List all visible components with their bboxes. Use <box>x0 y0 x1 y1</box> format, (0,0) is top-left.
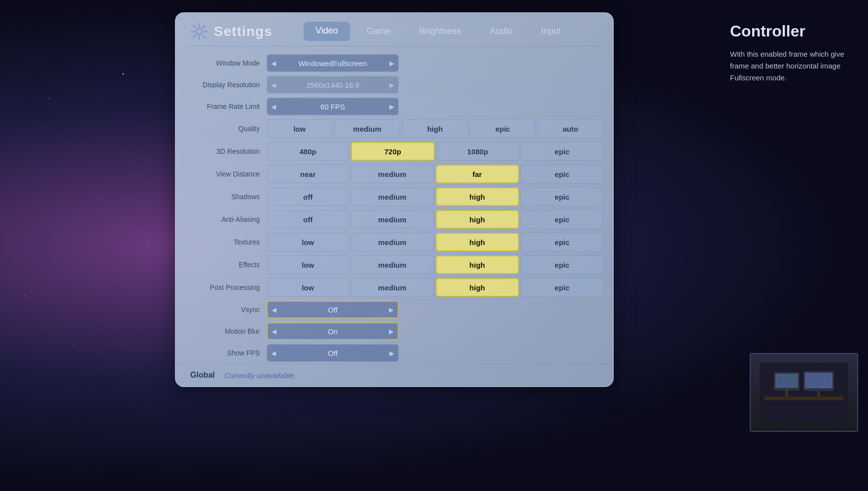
view-distance-label: View Distance <box>185 165 267 183</box>
controller-panel: Controller With this enabled frame which… <box>720 12 868 94</box>
frame-rate-control: ◀ 60 FPS ▶ <box>267 98 603 115</box>
tab-game[interactable]: Game <box>355 22 403 40</box>
anti-aliasing-btn-high[interactable]: high <box>436 210 519 229</box>
tab-video[interactable]: Video <box>304 22 350 41</box>
webcam-svg <box>760 363 848 422</box>
post-processing-label: Post Processing <box>185 278 267 297</box>
frame-rate-label: Frame Rate Limit <box>185 98 267 115</box>
post-processing-btn-high[interactable]: high <box>436 278 519 297</box>
view-distance-control: near medium far epic <box>267 165 603 183</box>
shadows-btn-off[interactable]: off <box>267 187 349 206</box>
resolution-3d-btn-1080p[interactable]: 1080p <box>437 142 519 161</box>
shadows-btn-epic[interactable]: epic <box>521 187 603 206</box>
view-distance-btn-medium[interactable]: medium <box>351 165 433 183</box>
shadows-control: off medium high epic <box>267 187 603 206</box>
svg-rect-14 <box>764 396 843 400</box>
anti-aliasing-btn-epic[interactable]: epic <box>521 210 603 229</box>
window-mode-left-arrow[interactable]: ◀ <box>267 60 280 67</box>
textures-btn-epic[interactable]: epic <box>521 233 603 251</box>
motion-blur-left-arrow[interactable]: ◀ <box>268 328 280 335</box>
motion-blur-right-arrow[interactable]: ▶ <box>385 328 398 335</box>
frame-rate-selector[interactable]: ◀ 60 FPS ▶ <box>267 98 399 115</box>
post-processing-btn-medium[interactable]: medium <box>351 278 433 297</box>
quality-btn-low[interactable]: low <box>267 119 332 138</box>
anti-aliasing-label: Anti-Aliasing <box>185 210 267 229</box>
vsync-right-arrow[interactable]: ▶ <box>385 306 398 314</box>
effects-control: low medium high epic <box>267 255 603 274</box>
nav-tabs: Video Game Brightness Audio Input <box>304 22 573 41</box>
vsync-value: Off <box>280 306 385 314</box>
effects-btn-group: low medium high epic <box>267 255 603 274</box>
anti-aliasing-btn-off[interactable]: off <box>267 210 349 229</box>
vsync-selector[interactable]: ◀ Off ▶ <box>267 301 399 318</box>
window-mode-right-arrow[interactable]: ▶ <box>385 60 398 67</box>
textures-btn-medium[interactable]: medium <box>351 233 433 251</box>
view-distance-btn-far[interactable]: far <box>436 165 519 183</box>
textures-btn-group: low medium high epic <box>267 233 603 251</box>
gear-icon <box>190 23 208 40</box>
quality-btn-auto[interactable]: auto <box>538 119 603 138</box>
show-fps-label: Show FPS <box>185 344 267 362</box>
quality-btn-epic[interactable]: epic <box>470 119 535 138</box>
show-fps-left-arrow[interactable]: ◀ <box>267 350 280 357</box>
unavailable-status: Currently unavailable. <box>225 371 296 380</box>
effects-btn-high[interactable]: high <box>436 255 519 274</box>
tab-audio[interactable]: Audio <box>478 22 524 40</box>
textures-btn-high[interactable]: high <box>436 233 519 251</box>
post-processing-control: low medium high epic <box>267 278 603 297</box>
quality-btn-high[interactable]: high <box>402 119 468 138</box>
effects-btn-epic[interactable]: epic <box>521 255 603 274</box>
view-distance-btn-epic[interactable]: epic <box>521 165 603 183</box>
textures-btn-low[interactable]: low <box>267 233 349 251</box>
quality-control: low medium high epic auto <box>267 119 603 138</box>
webcam-thumbnail <box>750 353 858 432</box>
show-fps-right-arrow[interactable]: ▶ <box>385 350 398 357</box>
show-fps-value: Off <box>280 349 385 357</box>
display-resolution-right-arrow[interactable]: ▶ <box>385 81 398 89</box>
resolution-3d-btn-720p[interactable]: 720p <box>351 142 434 161</box>
svg-rect-9 <box>760 363 848 422</box>
effects-btn-low[interactable]: low <box>267 255 349 274</box>
svg-rect-17 <box>775 374 798 388</box>
frame-rate-value: 60 FPS <box>280 103 385 111</box>
anti-aliasing-btn-medium[interactable]: medium <box>351 210 433 229</box>
display-resolution-left-arrow[interactable]: ◀ <box>267 81 280 89</box>
shadows-btn-high[interactable]: high <box>436 187 519 206</box>
svg-line-8 <box>193 35 195 37</box>
resolution-3d-label: 3D Resolution <box>185 142 267 161</box>
svg-line-7 <box>203 26 205 28</box>
resolution-3d-btn-480p[interactable]: 480p <box>267 142 349 161</box>
view-distance-btn-near[interactable]: near <box>267 165 349 183</box>
tab-brightness[interactable]: Brightness <box>408 22 473 40</box>
window-mode-selector[interactable]: ◀ WindowedFullscreen ▶ <box>267 54 399 72</box>
show-fps-selector[interactable]: ◀ Off ▶ <box>267 344 399 362</box>
display-resolution-selector[interactable]: ◀ 2560x1440 16:9 ▶ <box>267 76 399 94</box>
window-mode-value: WindowedFullscreen <box>280 59 385 68</box>
window-mode-control: ◀ WindowedFullscreen ▶ <box>267 54 603 72</box>
controller-description: With this enabled frame which give frame… <box>730 48 858 84</box>
display-resolution-label: Display Resolution <box>185 76 267 94</box>
shadows-btn-medium[interactable]: medium <box>351 187 433 206</box>
motion-blur-label: Motion Blur <box>185 322 267 340</box>
settings-panel: Settings Video Game Brightness Audio Inp… <box>175 12 614 387</box>
display-resolution-value: 2560x1440 16:9 <box>280 81 385 89</box>
window-mode-label: Window Mode <box>185 54 267 72</box>
shadows-btn-group: off medium high epic <box>267 187 603 206</box>
frame-rate-right-arrow[interactable]: ▶ <box>385 103 398 110</box>
motion-blur-selector[interactable]: ◀ On ▶ <box>267 322 399 340</box>
view-distance-btn-group: near medium far epic <box>267 165 603 183</box>
settings-title-text: Settings <box>214 24 272 39</box>
quality-btn-medium[interactable]: medium <box>334 119 400 138</box>
settings-grid: Window Mode ◀ WindowedFullscreen ▶ Displ… <box>175 46 613 367</box>
effects-label: Effects <box>185 255 267 274</box>
effects-btn-medium[interactable]: medium <box>351 255 433 274</box>
post-processing-btn-low[interactable]: low <box>267 278 349 297</box>
vsync-left-arrow[interactable]: ◀ <box>268 306 280 314</box>
panel-header: Settings Video Game Brightness Audio Inp… <box>175 13 613 46</box>
post-processing-btn-epic[interactable]: epic <box>521 278 603 297</box>
resolution-3d-btn-epic[interactable]: epic <box>521 142 603 161</box>
anti-aliasing-control: off medium high epic <box>267 210 603 229</box>
tab-input[interactable]: Input <box>529 22 573 40</box>
frame-rate-left-arrow[interactable]: ◀ <box>267 103 280 110</box>
textures-label: Textures <box>185 233 267 251</box>
